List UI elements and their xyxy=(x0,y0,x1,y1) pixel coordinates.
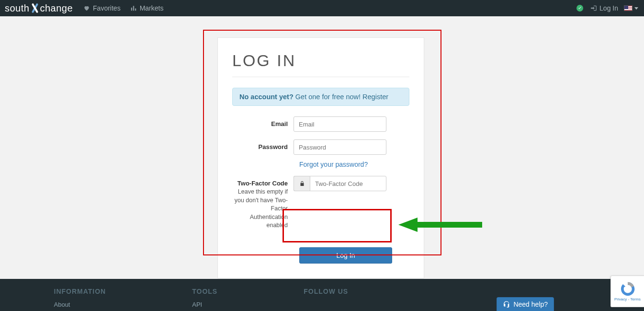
login-submit-button[interactable]: Log In xyxy=(299,247,392,264)
nav-markets-label: Markets xyxy=(140,4,164,12)
footer-link-about[interactable]: About xyxy=(54,301,70,308)
forgot-password-link[interactable]: Forgot your password? xyxy=(299,161,368,168)
register-alert: No account yet? Get one for free now! Re… xyxy=(232,88,409,106)
status-indicator[interactable] xyxy=(576,5,583,12)
password-label: Password xyxy=(232,139,294,155)
brand-text-south: south xyxy=(5,3,29,14)
top-navbar: south change Favorites Markets Log In xyxy=(0,0,644,16)
brand-x-icon xyxy=(30,3,39,13)
check-icon xyxy=(577,6,582,11)
email-row: Email xyxy=(232,116,409,132)
nav-login[interactable]: Log In xyxy=(590,4,618,12)
need-help-label: Need help? xyxy=(513,300,548,308)
email-input[interactable] xyxy=(294,116,386,132)
footer-col-follow: FOLLOW US xyxy=(304,288,348,309)
footer-col-information: INFORMATION About xyxy=(54,288,106,309)
login-panel: LOG IN No account yet? Get one for free … xyxy=(217,37,424,278)
footer-link-api[interactable]: API xyxy=(192,301,202,308)
nav-favorites-label: Favorites xyxy=(93,4,121,12)
svg-rect-1 xyxy=(133,6,134,11)
nav-favorites[interactable]: Favorites xyxy=(79,0,125,16)
twofa-label: Two-Factor Code xyxy=(232,179,288,188)
lock-icon xyxy=(294,176,310,191)
password-input[interactable] xyxy=(294,139,386,155)
recaptcha-icon xyxy=(620,282,636,296)
footer-title-information: INFORMATION xyxy=(54,288,106,295)
brand-text-change: change xyxy=(40,3,73,14)
footer-title-tools: TOOLS xyxy=(192,288,217,295)
login-title: LOG IN xyxy=(232,51,409,70)
svg-rect-0 xyxy=(131,8,132,11)
nav-markets[interactable]: Markets xyxy=(125,0,169,16)
nav-login-label: Log In xyxy=(599,4,618,12)
email-label: Email xyxy=(232,116,294,132)
twofa-input[interactable] xyxy=(310,176,386,191)
chevron-down-icon xyxy=(634,7,638,10)
headset-icon xyxy=(503,300,510,308)
svg-rect-2 xyxy=(135,9,136,11)
heart-icon xyxy=(83,5,90,12)
bar-chart-icon xyxy=(130,5,137,12)
brand-logo[interactable]: south change xyxy=(2,0,76,16)
register-link[interactable]: Register xyxy=(362,93,388,101)
twofa-help: Leave this empty if you don't have Two-F… xyxy=(232,188,288,230)
footer-title-follow: FOLLOW US xyxy=(304,288,348,295)
divider xyxy=(232,77,409,77)
need-help-button[interactable]: Need help? xyxy=(497,297,554,311)
login-icon xyxy=(590,5,598,12)
password-row: Password xyxy=(232,139,409,155)
footer-col-tools: TOOLS API xyxy=(192,288,217,309)
language-selector[interactable] xyxy=(624,5,638,11)
twofa-row: Two-Factor Code Leave this empty if you … xyxy=(232,176,409,230)
recaptcha-terms[interactable]: Terms xyxy=(630,297,641,301)
alert-text: Get one for free now! xyxy=(294,93,362,101)
footer: INFORMATION About TOOLS API FOLLOW US Ne… xyxy=(0,279,644,311)
recaptcha-badge[interactable]: Privacy - Terms xyxy=(610,276,644,307)
us-flag-icon xyxy=(624,5,633,11)
recaptcha-links: Privacy - Terms xyxy=(614,297,641,301)
alert-bold: No account yet? xyxy=(239,93,294,101)
recaptcha-privacy[interactable]: Privacy xyxy=(614,297,627,301)
